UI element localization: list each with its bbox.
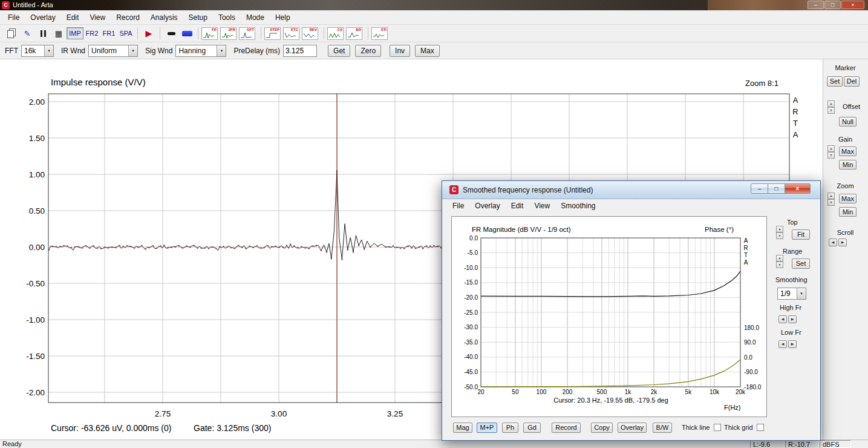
svg-text:-45.0: -45.0 (464, 369, 478, 375)
thick-line-checkbox[interactable] (714, 424, 721, 431)
spin-up-icon: ▲ (776, 226, 783, 232)
svg-text:-30.0: -30.0 (464, 324, 478, 331)
svg-text:2.75: 2.75 (155, 409, 171, 418)
svg-text:0.0: 0.0 (469, 235, 478, 242)
low-fr-left-button[interactable]: ◀ (778, 340, 787, 348)
close-button[interactable]: × (841, 1, 864, 9)
group-delay-button[interactable]: Gd (523, 423, 541, 433)
chevron-down-icon[interactable]: ▼ (797, 288, 806, 299)
svg-text:-10.0: -10.0 (464, 265, 478, 271)
svg-text:-180.0: -180.0 (744, 384, 762, 390)
thick-grid-checkbox[interactable] (757, 424, 764, 431)
status-ready: Ready (2, 440, 22, 447)
dialog-close-button[interactable]: × (785, 183, 811, 194)
low-fr-right-button[interactable]: ▶ (788, 340, 797, 348)
svg-text:-2.00: -2.00 (26, 388, 45, 397)
dialog-menu-file[interactable]: File (447, 200, 469, 211)
svg-text:-40.0: -40.0 (464, 354, 478, 360)
zoom-min-button[interactable]: Min (839, 207, 857, 217)
top-fit-button[interactable]: Fit (792, 229, 810, 240)
svg-text:-50.0: -50.0 (464, 384, 478, 390)
gain-max-button[interactable]: Max (839, 147, 857, 156)
range-label: Range (783, 248, 802, 255)
offset-null-button[interactable]: Null (839, 117, 857, 127)
frequency-axis-label: F(Hz) (724, 404, 741, 411)
top-label: Top (787, 219, 798, 226)
offset-label: Offset (835, 103, 868, 110)
svg-text:-20.0: -20.0 (464, 294, 478, 301)
mag-button[interactable]: Mag (453, 423, 472, 433)
dialog-titlebar[interactable]: C Smoothed frequency response (Untitled)… (442, 181, 820, 199)
spin-down-icon: ▼ (827, 152, 835, 159)
bw-button[interactable]: B/W (653, 423, 672, 433)
high-fr-right-button[interactable]: ▶ (788, 315, 797, 323)
svg-text:2.00: 2.00 (29, 97, 45, 107)
dialog-maximize-button[interactable]: □ (768, 183, 785, 194)
dialog-menu-overlay[interactable]: Overlay (469, 200, 505, 211)
zoom-label: Zoom (823, 182, 868, 189)
overlay-button[interactable]: Overlay (618, 423, 647, 433)
spin-down-icon: ▼ (776, 232, 783, 239)
copy-button[interactable]: Copy (591, 423, 613, 433)
svg-text:1.00: 1.00 (29, 170, 45, 179)
top-spinner[interactable]: ▲▼ (776, 226, 783, 239)
maximize-button[interactable]: □ (824, 1, 841, 9)
right-level-indicator: R:-10.7 (785, 440, 819, 448)
impulse-cursor-status: Cursor: -63.626 uV, 0.000ms (0) (51, 423, 171, 433)
svg-text:90.0: 90.0 (744, 339, 756, 346)
phase-button[interactable]: Ph (502, 423, 518, 433)
smoothing-select[interactable]: 1/9▼ (777, 288, 806, 300)
range-set-button[interactable]: Set (792, 259, 810, 269)
marker-set-button[interactable]: Set (827, 76, 843, 87)
impulse-gate-status: Gate: 3.125ms (300) (194, 423, 271, 433)
svg-text:0.00: 0.00 (29, 243, 45, 252)
gain-min-button[interactable]: Min (839, 160, 857, 170)
zoom-max-button[interactable]: Max (839, 194, 857, 203)
dialog-menu-view[interactable]: View (529, 200, 555, 211)
zoom-spinner[interactable]: ▲▼ (827, 193, 835, 206)
record-button[interactable]: Record (552, 423, 581, 433)
mag-phase-button[interactable]: M+P (477, 423, 497, 433)
marker-label: Marker (823, 64, 868, 71)
dialog-minimize-button[interactable]: – (751, 183, 768, 194)
svg-text:180.0: 180.0 (744, 324, 759, 331)
arta-watermark: ARTA (743, 237, 749, 266)
dialog-menu-smoothing[interactable]: Smoothing (555, 200, 601, 211)
scroll-left-button[interactable]: ◀ (829, 239, 837, 246)
offset-spinner[interactable]: ▲▼ (827, 100, 835, 114)
fr-chart-header: FR Magnitude (dB V/V - 1/9 oct) (472, 226, 571, 233)
svg-text:50: 50 (512, 389, 519, 395)
dialog-title: Smoothed frequency response (Untitled) (463, 186, 593, 194)
svg-text:200: 200 (563, 389, 573, 395)
svg-text:-15.0: -15.0 (464, 279, 478, 286)
svg-text:20: 20 (477, 389, 485, 395)
spin-down-icon: ▼ (827, 107, 835, 114)
phase-header: Phase (°) (705, 226, 734, 233)
smoothed-frequency-response-window: C Smoothed frequency response (Untitled)… (442, 180, 821, 441)
svg-text:-90.0: -90.0 (744, 369, 758, 375)
fr-magnitude-plot[interactable]: 0.0-5.0-10.0-15.0-20.0-25.0-30.0-35.0-40… (452, 217, 768, 418)
svg-text:1k: 1k (625, 389, 632, 395)
marker-del-button[interactable]: Del (844, 76, 860, 87)
svg-text:-0.50: -0.50 (26, 279, 45, 288)
svg-text:0.50: 0.50 (29, 206, 45, 216)
svg-text:-1.00: -1.00 (26, 315, 45, 324)
svg-text:3.25: 3.25 (387, 409, 403, 418)
scroll-right-button[interactable]: ▶ (838, 239, 847, 246)
thick-line-label: Thick line (682, 424, 710, 431)
gain-spinner[interactable]: ▲▼ (827, 145, 835, 159)
dialog-menu-edit[interactable]: Edit (506, 200, 529, 211)
svg-text:2k: 2k (651, 389, 658, 395)
status-bar: Ready L:-9.6 R:-10.7 dBFS (0, 440, 868, 448)
high-fr-left-button[interactable]: ◀ (778, 315, 787, 323)
svg-text:-5.0: -5.0 (468, 249, 478, 256)
svg-text:-1.50: -1.50 (26, 352, 45, 361)
svg-text:100: 100 (537, 389, 547, 395)
spin-up-icon: ▲ (827, 193, 835, 199)
spin-up-icon: ▲ (827, 145, 835, 152)
arta-dialog-icon: C (449, 185, 458, 194)
left-level-indicator: L:-9.6 (750, 440, 785, 448)
range-spinner[interactable]: ▲▼ (776, 255, 783, 268)
impulse-zoom-label: Zoom 8:1 (745, 79, 778, 88)
spin-up-icon: ▲ (827, 100, 835, 107)
